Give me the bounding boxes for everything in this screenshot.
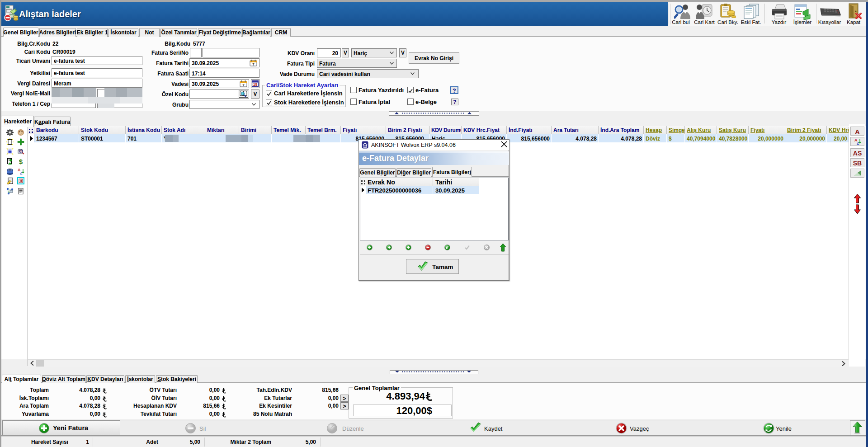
svg-text:Z: Z — [20, 171, 23, 175]
svg-text:Z: Z — [857, 141, 859, 145]
svg-text:7: 7 — [242, 83, 245, 87]
svg-text:$: $ — [19, 158, 23, 165]
svg-text:15: 15 — [253, 82, 258, 87]
